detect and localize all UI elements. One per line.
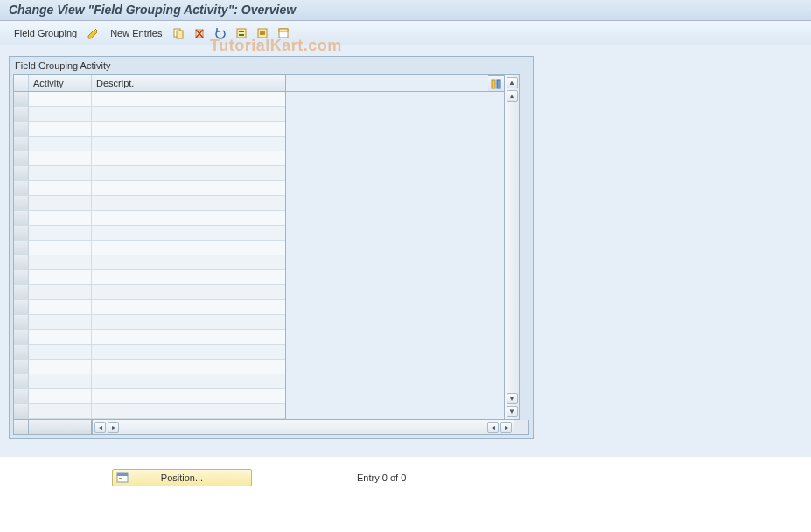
scroll-down-icon[interactable]: ▼: [507, 406, 518, 417]
row-selector-header[interactable]: [14, 75, 29, 91]
table-row[interactable]: [14, 404, 285, 419]
table-row[interactable]: [14, 256, 285, 270]
cell-activity[interactable]: [29, 241, 92, 255]
table-row[interactable]: [14, 226, 285, 241]
cell-descript[interactable]: [92, 285, 285, 299]
scroll-right-step-icon[interactable]: ◂: [487, 422, 499, 433]
row-selector[interactable]: [14, 256, 29, 270]
vertical-scrollbar[interactable]: ▲ ▴ ▾ ▼: [505, 74, 520, 420]
row-selector[interactable]: [14, 196, 29, 210]
table-row[interactable]: [14, 389, 285, 404]
cell-activity[interactable]: [29, 122, 92, 136]
row-selector[interactable]: [14, 330, 29, 344]
row-selector[interactable]: [14, 270, 29, 284]
table-row[interactable]: [14, 241, 285, 256]
row-selector[interactable]: [14, 315, 29, 329]
table-row[interactable]: [14, 360, 285, 374]
cell-activity[interactable]: [29, 360, 92, 374]
scroll-left-icon[interactable]: ◂: [94, 422, 106, 433]
cell-activity[interactable]: [29, 345, 92, 359]
table-row[interactable]: [14, 151, 285, 166]
configure-columns-icon[interactable]: [488, 75, 504, 92]
position-button[interactable]: Position...: [112, 469, 252, 486]
cell-descript[interactable]: [92, 151, 285, 165]
cell-activity[interactable]: [29, 256, 92, 270]
cell-descript[interactable]: [92, 404, 285, 418]
table-row[interactable]: [14, 345, 285, 360]
deselect-all-icon[interactable]: [276, 25, 291, 41]
table-row[interactable]: [14, 107, 285, 122]
toggle-change-icon[interactable]: [86, 25, 101, 41]
row-selector[interactable]: [14, 404, 29, 418]
cell-descript[interactable]: [92, 181, 285, 195]
cell-activity[interactable]: [29, 374, 92, 388]
cell-activity[interactable]: [29, 136, 92, 150]
cell-descript[interactable]: [92, 374, 285, 388]
undo-icon[interactable]: [213, 25, 228, 41]
delete-icon[interactable]: [192, 25, 207, 41]
cell-descript[interactable]: [92, 315, 285, 329]
cell-activity[interactable]: [29, 226, 92, 240]
row-selector[interactable]: [14, 345, 29, 359]
cell-activity[interactable]: [29, 92, 92, 106]
cell-descript[interactable]: [92, 92, 285, 106]
table-row[interactable]: [14, 136, 285, 151]
cell-descript[interactable]: [92, 211, 285, 225]
table-row[interactable]: [14, 166, 285, 181]
cell-activity[interactable]: [29, 315, 92, 329]
cell-activity[interactable]: [29, 107, 92, 121]
cell-activity[interactable]: [29, 404, 92, 418]
column-activity[interactable]: Activity: [29, 75, 92, 91]
row-selector[interactable]: [14, 122, 29, 136]
table-row[interactable]: [14, 374, 285, 389]
cell-descript[interactable]: [92, 226, 285, 240]
cell-descript[interactable]: [92, 270, 285, 284]
table-row[interactable]: [14, 122, 285, 136]
table-row[interactable]: [14, 285, 285, 300]
cell-descript[interactable]: [92, 136, 285, 150]
table-row[interactable]: [14, 181, 285, 196]
row-selector[interactable]: [14, 211, 29, 225]
row-selector[interactable]: [14, 107, 29, 121]
cell-activity[interactable]: [29, 300, 92, 314]
cell-descript[interactable]: [92, 241, 285, 255]
scroll-up-icon[interactable]: ▲: [507, 77, 518, 88]
row-selector[interactable]: [14, 136, 29, 150]
cell-activity[interactable]: [29, 211, 92, 225]
row-selector[interactable]: [14, 389, 29, 403]
row-selector[interactable]: [14, 285, 29, 299]
scroll-down-step-icon[interactable]: ▾: [507, 393, 518, 404]
select-all-icon[interactable]: [234, 25, 249, 41]
cell-activity[interactable]: [29, 196, 92, 210]
cell-descript[interactable]: [92, 330, 285, 344]
row-selector[interactable]: [14, 166, 29, 180]
cell-descript[interactable]: [92, 122, 285, 136]
table-row[interactable]: [14, 211, 285, 226]
scroll-left-step-icon[interactable]: ▸: [108, 422, 119, 433]
row-selector[interactable]: [14, 92, 29, 106]
table-row[interactable]: [14, 196, 285, 211]
row-selector[interactable]: [14, 241, 29, 255]
cell-activity[interactable]: [29, 166, 92, 180]
scroll-right-icon[interactable]: ▸: [500, 422, 512, 433]
cell-descript[interactable]: [92, 107, 285, 121]
cell-activity[interactable]: [29, 330, 92, 344]
scroll-up-step-icon[interactable]: ▴: [507, 90, 518, 102]
table-row[interactable]: [14, 300, 285, 315]
cell-descript[interactable]: [92, 345, 285, 359]
row-selector[interactable]: [14, 360, 29, 374]
table-row[interactable]: [14, 92, 285, 107]
cell-descript[interactable]: [92, 389, 285, 403]
cell-activity[interactable]: [29, 181, 92, 195]
table-row[interactable]: [14, 330, 285, 345]
field-grouping-button[interactable]: Field Grouping: [10, 28, 80, 38]
cell-activity[interactable]: [29, 270, 92, 284]
cell-descript[interactable]: [92, 196, 285, 210]
row-selector[interactable]: [14, 374, 29, 388]
row-selector[interactable]: [14, 151, 29, 165]
cell-activity[interactable]: [29, 389, 92, 403]
column-descript[interactable]: Descript.: [92, 75, 285, 91]
new-entries-button[interactable]: New Entries: [107, 28, 165, 38]
row-selector[interactable]: [14, 181, 29, 195]
row-selector[interactable]: [14, 226, 29, 240]
